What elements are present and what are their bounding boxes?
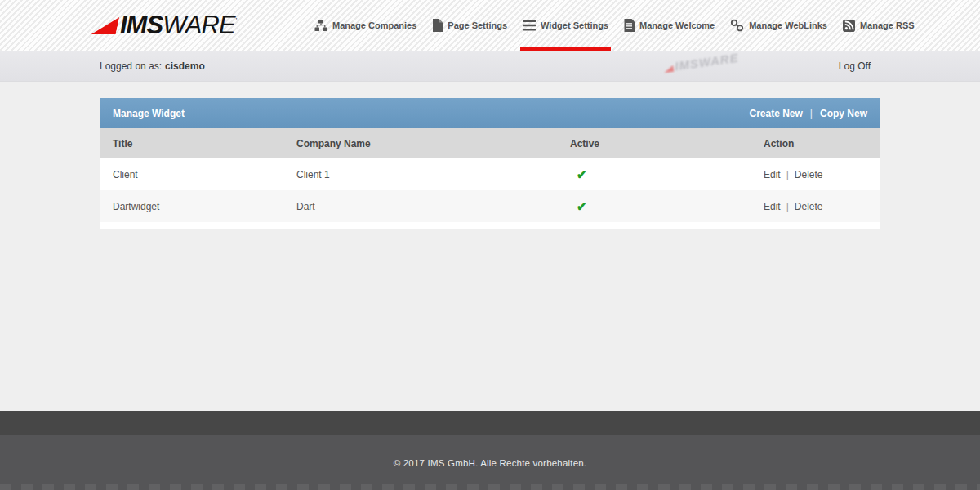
nav-item-manage-rss[interactable]: Manage RSS [840,0,917,51]
nav-label: Manage WebLinks [749,20,827,30]
footer-texture [0,484,980,490]
main-nav: Manage Companies Page Settings Widget Se… [312,0,917,51]
column-header-company-name: Company Name [296,138,570,149]
footer-main: © 2017 IMS GmbH. Alle Rechte vorbehalten… [0,435,980,490]
column-header-active: Active [570,138,764,149]
nav-label: Manage Welcome [639,20,715,30]
logo-triangle-icon [91,17,119,34]
brand-logo[interactable]: IMS WARE ’ [93,12,238,38]
cell-actions: Edit | Delete [764,169,880,180]
document-icon [624,19,635,32]
nav-item-manage-companies[interactable]: Manage Companies [312,0,419,51]
nav-item-page-settings[interactable]: Page Settings [430,0,510,51]
page-icon [432,19,443,32]
panel-header: Manage Widget Create New | Copy New [100,98,880,128]
cell-company: Dart [296,201,570,212]
action-separator: | [786,169,789,180]
edit-link[interactable]: Edit [764,201,781,212]
panel-actions: Create New | Copy New [749,108,867,119]
edit-link[interactable]: Edit [764,169,781,180]
cell-actions: Edit | Delete [764,201,880,212]
table-header-row: Title Company Name Active Action [100,128,880,158]
create-new-link[interactable]: Create New [749,108,802,119]
sitemap-icon [314,19,327,32]
table-row: Client Client 1 ✔ Edit | Delete [100,158,880,190]
actions-separator: | [810,108,813,119]
link-icon [730,19,744,32]
active-check-icon: ✔ [570,199,764,214]
nav-label: Widget Settings [541,20,608,30]
table-row: Dartwidget Dart ✔ Edit | Delete [100,190,880,222]
nav-label: Manage Companies [332,20,416,30]
user-bar: Logged on as: cisdemo Log Off [0,51,980,82]
username: cisdemo [165,60,205,72]
footer-top-strip [0,411,980,435]
copyright-text: © 2017 IMS GmbH. Alle Rechte vorbehalten… [394,458,587,468]
manage-widget-panel: Manage Widget Create New | Copy New Titl… [100,98,880,229]
nav-item-manage-weblinks[interactable]: Manage WebLinks [728,0,830,51]
action-separator: | [786,201,789,212]
rss-icon [843,20,855,32]
cell-title: Dartwidget [100,201,296,212]
active-check-icon: ✔ [570,167,764,182]
top-header: IMS WARE ’ Manage Companies [0,0,980,51]
nav-item-widget-settings[interactable]: Widget Settings [520,0,611,51]
log-off-link[interactable]: Log Off [839,60,871,72]
cell-company: Client 1 [296,169,570,180]
delete-link[interactable]: Delete [795,169,823,180]
logo-text-light: WARE [163,12,234,38]
delete-link[interactable]: Delete [795,201,823,212]
panel-title: Manage Widget [113,108,185,119]
nav-label: Page Settings [448,20,507,30]
content-area: Manage Widget Create New | Copy New Titl… [0,98,980,427]
footer: © 2017 IMS GmbH. Alle Rechte vorbehalten… [0,411,980,490]
logo-text-bold: IMS [120,12,163,38]
logged-on-label: Logged on as: [100,60,162,72]
menu-lines-icon [523,20,536,31]
column-header-title: Title [100,138,296,149]
nav-label: Manage RSS [860,20,915,30]
nav-item-manage-welcome[interactable]: Manage Welcome [621,0,717,51]
logo-trademark: ’ [236,16,238,24]
column-header-action: Action [764,138,880,149]
copy-new-link[interactable]: Copy New [820,108,867,119]
cell-title: Client [100,169,296,180]
